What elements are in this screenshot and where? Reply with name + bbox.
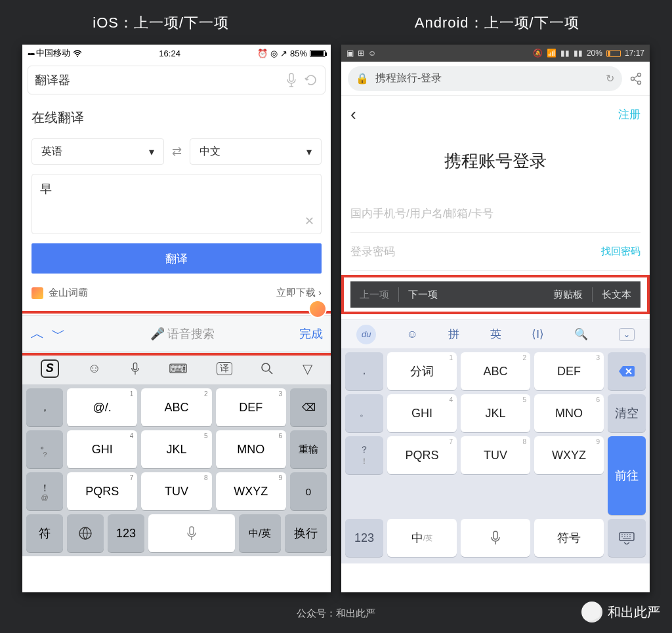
url-bar[interactable]: 🔒 携程旅行-登录 ↻ <box>348 66 622 91</box>
collapse-icon[interactable]: ▽ <box>303 361 312 377</box>
key-6[interactable]: 6MNO <box>534 394 604 432</box>
find-password-link[interactable]: 找回密码 <box>601 245 640 258</box>
key-lang[interactable]: 中/英 <box>387 519 457 557</box>
key-space[interactable] <box>461 519 530 557</box>
key-9[interactable]: 9WXYZ <box>216 472 286 510</box>
key-3[interactable]: 3DEF <box>216 388 286 426</box>
password-field[interactable]: 登录密码 找回密码 <box>350 233 640 271</box>
mic-icon[interactable] <box>130 362 140 375</box>
search-icon[interactable] <box>261 362 274 375</box>
mode-pinyin[interactable]: 拼 <box>448 327 459 342</box>
key-delete[interactable] <box>608 352 646 390</box>
source-text: 早 <box>40 182 52 195</box>
source-text-area[interactable]: 早 ✕ <box>32 174 322 234</box>
android-keyboard: ， 。 ？！ 1分词 2ABC 3DEF 4GHI 5JKL 6MNO 7PQR… <box>341 348 650 563</box>
mic-icon[interactable] <box>285 73 297 87</box>
key-return[interactable]: 换行 <box>285 514 327 552</box>
collapse-icon[interactable]: ⌄ <box>619 328 635 341</box>
cursor-icon[interactable]: ⟨I⟩ <box>532 327 544 341</box>
key-delete[interactable]: ⌫ <box>290 388 327 426</box>
key-lang[interactable]: 中/英 <box>239 514 281 552</box>
key-9[interactable]: 9WXYZ <box>534 436 604 474</box>
key-globe[interactable] <box>67 514 104 552</box>
translate-button[interactable]: 翻译 <box>32 243 322 274</box>
key-8[interactable]: 8TUV <box>461 436 530 474</box>
source-lang-label: 英语 <box>41 145 62 159</box>
carrier-label: 中国移动 <box>36 47 70 59</box>
emoji-icon[interactable]: ☺ <box>87 361 100 376</box>
refresh-icon[interactable]: ↻ <box>606 72 614 85</box>
key-zero[interactable]: 0 <box>290 472 327 510</box>
keyboard-icon[interactable]: ⌨ <box>169 361 188 377</box>
download-link[interactable]: 立即下载 › <box>276 287 322 299</box>
key-6[interactable]: 6MNO <box>216 430 286 468</box>
wifi-icon: 📶 <box>547 49 556 58</box>
signal-icon <box>28 49 33 58</box>
key-symbol[interactable]: 符号 <box>534 519 604 557</box>
clipboard-button[interactable]: 剪贴板 <box>544 281 592 308</box>
key-4[interactable]: 4GHI <box>67 430 137 468</box>
sogou-icon[interactable]: S <box>41 359 59 378</box>
ime-toolbar: S ☺ ⌨ 译 ▽ <box>22 352 331 384</box>
alarm-icon: ⏰ <box>257 49 268 58</box>
username-field[interactable]: 国内手机号/用户名/邮箱/卡号 <box>350 195 640 233</box>
search-input[interactable] <box>35 73 279 87</box>
mode-english[interactable]: 英 <box>490 327 501 342</box>
register-link[interactable]: 注册 <box>618 107 640 122</box>
key-1[interactable]: 1分词 <box>387 352 457 390</box>
app-icon: ⊞ <box>358 49 364 58</box>
next-field-button[interactable]: ﹀ <box>51 324 66 344</box>
key-7[interactable]: 7PQRS <box>387 436 457 474</box>
key-go[interactable]: 前往 <box>608 436 646 515</box>
key-8[interactable]: 8TUV <box>141 472 211 510</box>
key-comma[interactable]: ， <box>345 352 383 390</box>
svg-point-3 <box>262 363 270 371</box>
voice-search-button[interactable]: 🎤语音搜索 <box>72 326 293 342</box>
search-bar[interactable] <box>28 66 326 94</box>
target-lang-select[interactable]: 中文 ▾ <box>190 138 322 165</box>
key-comma[interactable]: ， <box>26 388 63 426</box>
key-period[interactable]: 。？ <box>26 430 63 468</box>
longtext-button[interactable]: 长文本 <box>593 281 640 308</box>
key-reinput[interactable]: 重输 <box>290 430 327 468</box>
key-1[interactable]: 1@/. <box>67 388 137 426</box>
dict-label: 金山词霸 <box>49 287 88 299</box>
key-space[interactable] <box>148 514 235 552</box>
translate-icon[interactable]: 译 <box>217 362 232 375</box>
next-field-button[interactable]: 下一项 <box>399 281 447 308</box>
share-icon[interactable] <box>629 71 643 86</box>
key-period[interactable]: 。 <box>345 394 383 432</box>
search-icon[interactable]: 🔍 <box>574 327 588 341</box>
svg-rect-9 <box>494 531 497 539</box>
key-2[interactable]: 2ABC <box>461 352 530 390</box>
key-exclaim[interactable]: ！@ <box>26 472 63 510</box>
done-button[interactable]: 完成 <box>299 326 323 342</box>
key-5[interactable]: 5JKL <box>461 394 530 432</box>
key-question[interactable]: ？！ <box>345 436 383 474</box>
svg-rect-5 <box>190 527 194 535</box>
baidu-ime-icon[interactable]: du <box>356 325 376 344</box>
key-hide[interactable] <box>608 519 646 557</box>
source-lang-select[interactable]: 英语 ▾ <box>32 138 164 165</box>
android-phone: ▣ ⊞ ☺ 🔕 📶 ▮▮ ▮▮ 20% 17:17 🔒 携程旅行-登录 ↻ ‹ … <box>341 45 650 592</box>
username-placeholder: 国内手机号/用户名/邮箱/卡号 <box>350 206 494 221</box>
swap-icon[interactable]: ⇄ <box>172 144 182 159</box>
wechat-watermark: 和出此严 <box>581 602 660 623</box>
key-3[interactable]: 3DEF <box>534 352 604 390</box>
caret-down-icon: ▾ <box>149 146 154 158</box>
back-button[interactable]: ‹ <box>350 104 356 125</box>
key-symbol[interactable]: 符 <box>26 514 63 552</box>
clear-icon[interactable]: ✕ <box>304 214 314 228</box>
key-clear[interactable]: 清空 <box>608 394 646 432</box>
key-2[interactable]: 2ABC <box>141 388 211 426</box>
key-5[interactable]: 5JKL <box>141 430 211 468</box>
prev-field-button[interactable]: 上一项 <box>350 281 398 308</box>
key-123[interactable]: 123 <box>108 514 144 552</box>
key-7[interactable]: 7PQRS <box>67 472 137 510</box>
prev-field-button[interactable]: ︿ <box>30 324 45 344</box>
emoji-icon[interactable]: ☺ <box>407 328 418 341</box>
key-123[interactable]: 123 <box>345 519 383 557</box>
refresh-icon[interactable] <box>304 73 318 87</box>
key-4[interactable]: 4GHI <box>387 394 457 432</box>
avatar-icon[interactable] <box>308 300 327 318</box>
